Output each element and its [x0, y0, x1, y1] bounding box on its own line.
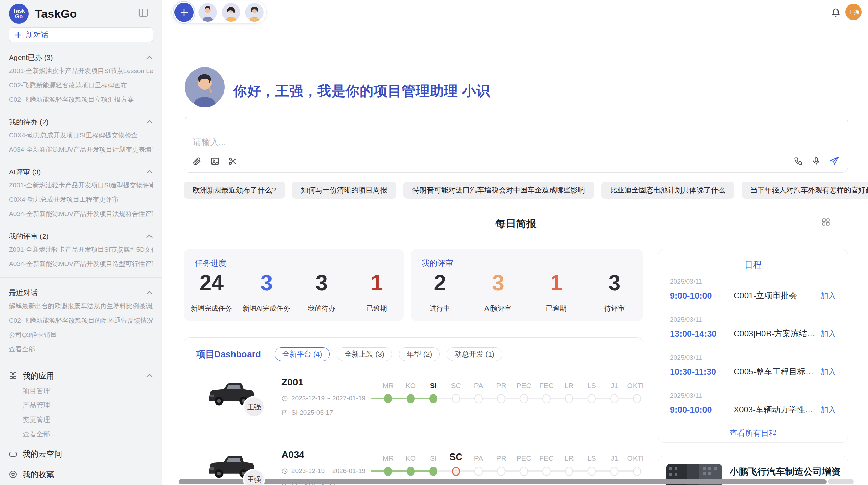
send-icon[interactable]: [829, 156, 840, 166]
project-name: Z001: [281, 377, 373, 388]
milestone-dot: [497, 467, 505, 476]
filter-pill[interactable]: 动总开发 (1): [447, 347, 502, 361]
greeting-text: 你好，王强，我是你的项目管理助理 小识: [233, 82, 490, 100]
card-title: 任务进度: [195, 258, 226, 269]
suggestion-chip[interactable]: 当下年轻人对汽车外观有怎样的喜好趋势: [742, 182, 868, 199]
project-row[interactable]: 王强 Z001 2023-12-19 ~ 2027-01-19 SI-2025-…: [196, 376, 631, 434]
suggestion-chip[interactable]: 比亚迪全固态电池计划具体说了什么: [601, 182, 734, 199]
sidebar-item-favorites[interactable]: 我的收藏: [9, 467, 153, 482]
list-item[interactable]: A034-全新新能源MUV产品开发项目造型可行性评审: [9, 257, 153, 271]
milestone-dot: [588, 394, 596, 403]
user-avatar-label: 王强: [848, 8, 859, 16]
divider: [0, 277, 162, 278]
section-header-ai-review[interactable]: AI评审 (3): [9, 166, 153, 178]
milestone-timeline: MR KO SI SC PA PR PEC FEC LR LS J1 OKTB: [377, 451, 643, 485]
agent-avatar-3[interactable]: [245, 3, 264, 22]
phone-call-icon[interactable]: [794, 156, 803, 166]
schedule-time: 13:00-14:30: [670, 329, 734, 339]
project-dates: 2023-12-19 ~ 2026-01-19: [291, 467, 365, 475]
sidebar-item-cloud-space[interactable]: 我的云空间: [9, 446, 153, 462]
layout-grid-icon[interactable]: [821, 217, 830, 226]
notification-bell-icon[interactable]: [831, 8, 841, 18]
chevron-up-icon: [146, 291, 153, 295]
app-logo: Task Go: [9, 4, 29, 24]
microphone-icon[interactable]: [811, 156, 821, 166]
sidebar-item-change-mgmt[interactable]: 变更管理: [9, 412, 153, 427]
milestone-dot: [384, 467, 392, 476]
assistant-avatar: [185, 67, 225, 107]
milestone-dot: [610, 394, 618, 403]
schedule-time: 10:30-11:30: [670, 367, 734, 377]
list-item[interactable]: Z001-全新燃油轻卡产品开发项目SI节点属性5D文件评审: [9, 242, 153, 257]
sidebar: Task Go TaskGo 新对话 Agent已办 (3) Z001-全新燃油…: [0, 0, 162, 485]
milestone-dot: [633, 394, 641, 403]
milestone-timeline: MR KO SI SC PA PR PEC FEC LR LS J1 OKTB: [377, 378, 643, 434]
suggestion-chip[interactable]: 如何写一份清晰的项目周报: [292, 182, 396, 199]
list-item[interactable]: 公司Q3轻卡销量: [9, 328, 153, 342]
schedule-event-title: C003|H0B-方案冻结评审: [734, 328, 816, 339]
join-link[interactable]: 加入: [820, 290, 836, 301]
list-item[interactable]: 解释最新出台的欧盟报废车法规再生塑料比例被调至15%...: [9, 299, 153, 313]
image-icon[interactable]: [210, 157, 220, 166]
list-item[interactable]: C0X4-动力总成开发项目工程变更评审: [9, 192, 153, 207]
view-all-link[interactable]: 查看全部...: [9, 427, 153, 441]
section-header-agent-done[interactable]: Agent已办 (3): [9, 51, 153, 64]
agent-avatar-1[interactable]: [198, 3, 217, 22]
schedule-time: 9:00-10:00: [670, 405, 734, 415]
sidebar-item-project-mgmt[interactable]: 项目管理: [9, 384, 153, 398]
schedule-item: 2025/03/11 9:00-10:00 C001-立项审批会 加入: [670, 270, 836, 308]
list-item[interactable]: A034-全新新能源MUV产品开发项目计划变更表编写: [9, 142, 153, 157]
agent-avatar-2[interactable]: [222, 3, 240, 22]
chevron-up-icon: [146, 55, 153, 60]
sidebar-item-product-mgmt[interactable]: 产品管理: [9, 398, 153, 412]
schedule-event-title: C005-整车工程目标评审: [734, 366, 816, 377]
list-item[interactable]: A034-全新新能源MUV产品开发项目法规符合性评审: [9, 207, 153, 221]
add-agent-button[interactable]: [174, 3, 194, 22]
attachment-icon[interactable]: [192, 157, 202, 166]
scrollbar-track: [828, 479, 854, 484]
project-car-image: 王强: [205, 376, 257, 413]
scissors-icon[interactable]: [228, 157, 238, 166]
join-link[interactable]: 加入: [820, 405, 836, 415]
section-header-recent[interactable]: 最近对话: [9, 287, 153, 299]
star-circle-icon: [9, 470, 17, 478]
user-avatar[interactable]: 王强: [845, 4, 862, 20]
join-link[interactable]: 加入: [820, 366, 836, 377]
section-header-my-todo[interactable]: 我的待办 (2): [9, 116, 153, 128]
milestone-dot: [520, 394, 528, 403]
chat-input[interactable]: [193, 137, 502, 147]
suggestion-chip[interactable]: 欧洲新规最近颁布了什么?: [184, 182, 285, 199]
milestone-dot: [429, 394, 437, 403]
stat-overdue: 1 已逾期: [349, 270, 404, 313]
list-item[interactable]: Z001-全新燃油皮卡产品开发项目SI节点Lesson Learn报告: [9, 64, 153, 78]
join-link[interactable]: 加入: [820, 328, 836, 339]
plus-icon: [180, 8, 189, 17]
chevron-up-icon: [146, 170, 153, 174]
sidebar-item-my-apps[interactable]: 我的应用: [9, 368, 153, 384]
milestone-dot: [474, 467, 483, 476]
filter-pill[interactable]: 全新上装 (3): [337, 347, 392, 361]
list-item[interactable]: C02-飞腾新能源轻客改款项目立项汇报方案: [9, 92, 153, 107]
sidebar-collapse-icon[interactable]: [138, 8, 148, 17]
filter-pill[interactable]: 全新平台 (4): [275, 347, 330, 361]
dashboard-title: 项目Dashboard: [196, 348, 261, 360]
list-item[interactable]: C02-飞腾新能源轻客改款项目里程碑画布: [9, 78, 153, 92]
schedule-event-title: X003-车辆动力学性能验...: [734, 404, 816, 415]
suggestion-chip[interactable]: 特朗普可能对进口汽车增税会对中国车企造成哪些影响: [403, 182, 594, 199]
stat-ai-pre-review: 3 AI预评审: [469, 270, 527, 313]
filter-pill[interactable]: 年型 (2): [399, 347, 440, 361]
list-item[interactable]: C02-飞腾新能源轻客改款项目的闭环通告反馈情况: [9, 313, 153, 328]
view-all-schedule-link[interactable]: 查看所有日程: [670, 422, 836, 444]
new-chat-button[interactable]: 新对话: [9, 27, 153, 42]
schedule-date: 2025/03/11: [670, 316, 836, 323]
section-label: 最近对话: [9, 288, 38, 298]
clock-icon: [281, 468, 288, 474]
list-item[interactable]: C0X4-动力总成开发项目SI里程碑提交物检查: [9, 128, 153, 142]
view-all-link[interactable]: 查看全部...: [9, 342, 153, 357]
daily-brief-title: 每日简报: [184, 217, 848, 231]
chevron-up-icon: [146, 234, 153, 238]
section-header-my-review[interactable]: 我的评审 (2): [9, 230, 153, 242]
project-row[interactable]: 王强 A034 2023-12-19 ~ 2026-01-19 SC-2025-…: [196, 449, 631, 485]
list-item[interactable]: Z001-全新燃油轻卡产品开发项目SI造型提交物评审: [9, 178, 153, 192]
cloud-icon: [9, 450, 17, 458]
